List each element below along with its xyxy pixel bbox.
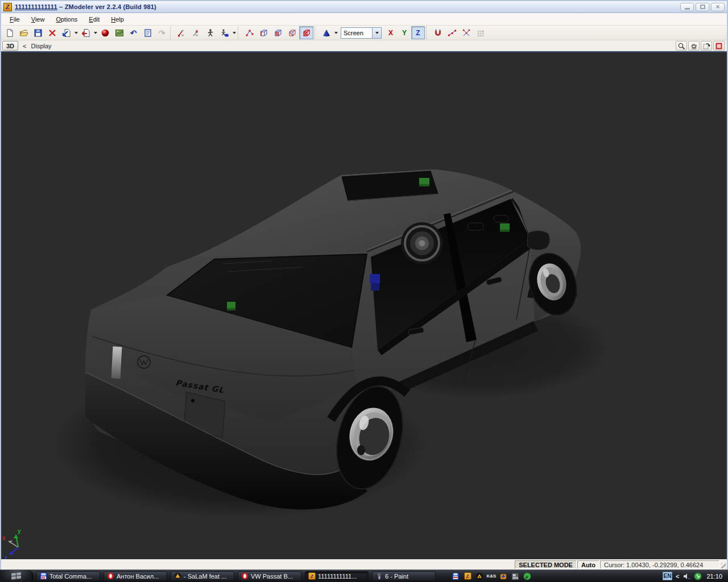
utorrent-icon[interactable] [694, 572, 702, 580]
redo-button[interactable]: ↷ [155, 26, 169, 39]
animation-dropdown-arrow[interactable] [231, 26, 237, 39]
3dsmax-icon[interactable]: M3DS [511, 572, 519, 580]
primitive-dropdown-arrow[interactable] [333, 26, 338, 39]
chevron-down-icon [94, 32, 97, 34]
ks-icon[interactable]: K&S [487, 572, 495, 580]
taskbar-clock[interactable]: 21:10 [705, 573, 726, 580]
hidden-icons-chevron[interactable]: < [676, 573, 679, 580]
save-button[interactable] [31, 26, 45, 39]
zmodeler-icon: Z [308, 572, 316, 580]
vertices-mode-button[interactable] [242, 26, 257, 39]
taskbar-item-winamp[interactable]: - SaLaM feat ... [171, 571, 234, 581]
faces-mode-button[interactable] [271, 26, 285, 39]
winamp-agent-icon[interactable] [475, 572, 483, 580]
zmodeler-tray-icon[interactable]: Z [464, 572, 471, 580]
taskbar-item-label: - SaLaM feat ... [184, 573, 226, 580]
export-icon [81, 28, 90, 38]
script-editor-button[interactable] [140, 26, 155, 39]
utorrent-icon[interactable]: µ [523, 572, 531, 580]
break-vertices-button[interactable] [459, 26, 473, 39]
axes-space-value: Screen [341, 30, 372, 36]
desktop: Z 1111111111111 – ZModeler ver 2.2.4 (Bu… [0, 0, 728, 582]
create-primitive-button[interactable] [319, 26, 333, 39]
edges-mode-button[interactable] [257, 26, 271, 39]
volume-icon[interactable] [682, 572, 690, 580]
combo-dropdown-button[interactable] [372, 28, 381, 38]
resize-grip[interactable] [720, 560, 727, 569]
magnet-icon [433, 28, 442, 38]
viewport-display-menu[interactable]: Display [31, 43, 52, 49]
zoom-view-button[interactable] [676, 41, 687, 51]
grid-snap-button[interactable] [473, 26, 487, 39]
menu-help[interactable]: Help [106, 14, 129, 24]
new-file-icon [5, 28, 14, 38]
3d-viewport[interactable]: Passat GL [1, 52, 727, 559]
start-button[interactable] [0, 570, 33, 582]
open-file-icon [19, 28, 28, 38]
vertex-marker-green [500, 223, 510, 232]
import-button[interactable] [59, 26, 73, 39]
menu-file[interactable]: File [5, 14, 25, 24]
axes-space-select[interactable]: Screen [341, 27, 382, 39]
rotate-view-button[interactable] [701, 41, 712, 51]
undo-icon: ↶ [130, 28, 137, 38]
taskbar-item-zmodeler[interactable]: Z 11111111111... [305, 571, 369, 581]
export-button[interactable] [78, 26, 93, 39]
language-indicator[interactable]: EN [663, 572, 672, 580]
delete-button[interactable] [45, 26, 59, 39]
menu-edit[interactable]: Edit [84, 14, 105, 24]
viewport-back-button[interactable]: < [23, 43, 26, 49]
pan-view-button[interactable] [688, 41, 700, 51]
taskbar-item-opera-2[interactable]: VW Passat B... [238, 571, 301, 581]
download-master-icon[interactable] [499, 572, 507, 580]
maximize-view-button[interactable] [713, 41, 725, 51]
main-toolbar: ↶ ↷ Screen X Y Z [1, 26, 727, 40]
rotate-view-icon [702, 42, 710, 50]
taskbar-item-paint[interactable]: 6 - Paint [372, 571, 436, 581]
svg-text:µ: µ [526, 574, 528, 579]
weld-vertices-button[interactable] [445, 26, 459, 39]
vertices-mode-icon [245, 28, 254, 38]
cursor-coordinates: Cursor: 1.00430, -0.29299, 0.46624 [600, 560, 719, 569]
close-button[interactable]: ✕ [711, 3, 725, 11]
menu-view[interactable]: View [26, 14, 50, 24]
title-bar[interactable]: Z 1111111111111 – ZModeler ver 2.2.4 (Bu… [1, 1, 727, 13]
open-file-button[interactable] [16, 26, 31, 39]
maximize-button[interactable] [696, 3, 709, 11]
taskbar-item-total-commander[interactable]: PE Total Comma... [36, 571, 100, 581]
magnet-button[interactable] [431, 26, 445, 39]
taskbar-item-opera-1[interactable]: Антон Васил... [104, 571, 167, 581]
select-single-button[interactable] [189, 26, 203, 39]
axis-gizmo: x y z [2, 528, 21, 559]
opera-icon [241, 572, 249, 580]
texture-browser-button[interactable] [112, 26, 126, 39]
winamp-icon [174, 572, 181, 580]
script-editor-icon [143, 28, 152, 38]
axis-z-button[interactable]: Z [411, 26, 425, 39]
taskbar-item-label: Total Comma... [49, 573, 92, 580]
axis-y-button[interactable]: Y [398, 26, 411, 39]
new-file-button[interactable] [2, 26, 16, 39]
menu-options[interactable]: Options [51, 14, 82, 24]
car-model: Passat GL [85, 169, 584, 509]
viewport-tab-3d[interactable]: 3D [2, 41, 18, 51]
material-editor-button[interactable] [98, 26, 112, 39]
taskbar-item-label: 11111111111... [318, 573, 357, 580]
floppy-tray-icon[interactable] [452, 572, 460, 580]
speaker-through-glass [401, 222, 443, 264]
animation-button[interactable] [217, 26, 231, 39]
toolbar-separator [315, 27, 318, 39]
opera-icon [107, 572, 114, 580]
axis-x-button[interactable]: X [384, 26, 398, 39]
export-dropdown-arrow[interactable] [93, 26, 98, 39]
polygons-mode-button[interactable] [285, 26, 299, 39]
select-quadr-button[interactable] [175, 26, 189, 39]
import-dropdown-arrow[interactable] [73, 26, 78, 39]
bones-button[interactable] [203, 26, 217, 39]
auto-indicator[interactable]: Auto [577, 560, 599, 569]
undo-button[interactable]: ↶ [126, 26, 140, 39]
taskbar-right: EN < 21:10 [663, 572, 726, 580]
taskbar-item-label: 6 - Paint [385, 573, 408, 580]
objects-mode-button[interactable] [299, 26, 313, 39]
minimize-button[interactable] [680, 3, 694, 11]
